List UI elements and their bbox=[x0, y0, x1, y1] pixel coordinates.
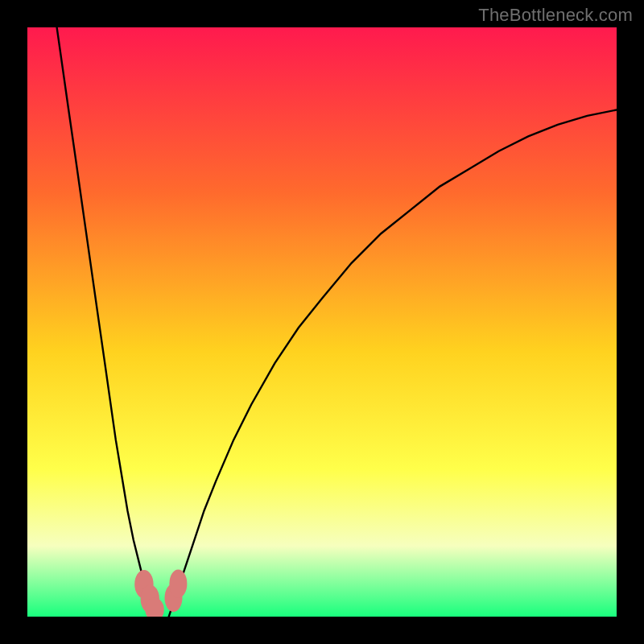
marker-pink-right-2 bbox=[169, 569, 187, 597]
chart-frame: TheBottleneck.com bbox=[0, 0, 644, 644]
bottleneck-chart bbox=[27, 27, 617, 617]
watermark-text: TheBottleneck.com bbox=[478, 5, 633, 26]
gradient-background bbox=[27, 27, 617, 617]
plot-area bbox=[27, 27, 617, 617]
